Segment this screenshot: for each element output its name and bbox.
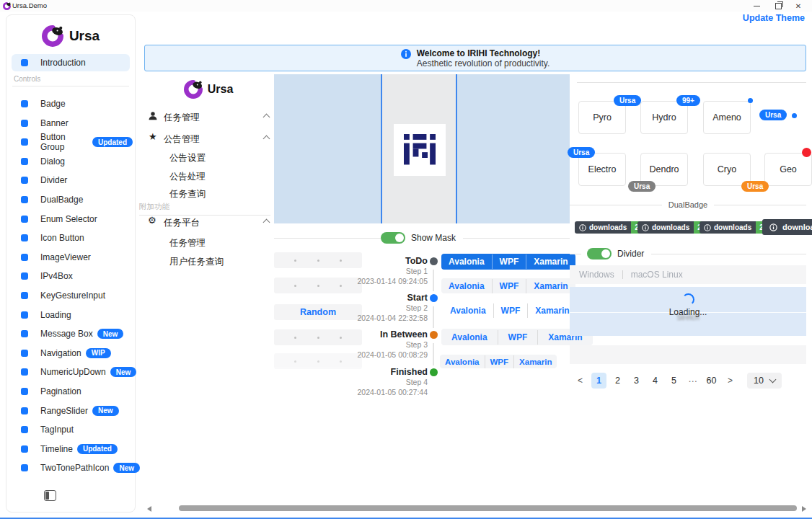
divider-toggle[interactable] xyxy=(587,248,612,260)
timeline-date: 2023-01-14 09:24:05 xyxy=(348,277,428,287)
badge-ursa-topleft: Ursa xyxy=(568,147,595,158)
sidebar-item-pagination[interactable]: Pagination xyxy=(12,383,133,399)
sidebar-item-enum-selector[interactable]: Enum Selector xyxy=(12,211,133,227)
sidebar-item-navigation[interactable]: NavigationWIP xyxy=(12,345,133,361)
dualbadge-divider: DualBadge xyxy=(570,200,806,209)
menu-group-task-platform[interactable]: 任务平台 xyxy=(164,217,200,229)
wpf-button[interactable]: WPF xyxy=(493,303,528,318)
irihi-logo-image xyxy=(394,124,446,176)
sidebar-item-icon-button[interactable]: Icon Button xyxy=(12,230,133,246)
status-badge: New xyxy=(113,463,140,473)
pagination-page-5[interactable]: 5 xyxy=(666,373,681,389)
avalonia-button[interactable]: Avalonia xyxy=(440,355,485,368)
sidebar-item-divider[interactable]: Divider xyxy=(12,172,133,188)
scrollbar-left-arrow[interactable] xyxy=(147,506,151,512)
badge-99plus: 99+ xyxy=(676,95,700,106)
item-bullet-icon xyxy=(21,330,28,337)
timeline-date: 2024-01-04 22:32:58 xyxy=(348,314,428,324)
xamarin-button[interactable]: Xamarin xyxy=(513,355,557,368)
divider-demo-row: Divider xyxy=(570,248,806,260)
item-bullet-icon xyxy=(21,59,28,66)
timeline-connector xyxy=(433,270,434,291)
close-button[interactable]: ✕ xyxy=(790,0,806,12)
wpf-button[interactable]: WPF xyxy=(492,279,526,293)
status-badge: Updated xyxy=(92,137,133,147)
card-label: Dendro xyxy=(650,164,679,174)
tab-windows: Windows xyxy=(579,270,614,280)
sidebar-item-label: TagInput xyxy=(40,425,74,435)
item-bullet-icon xyxy=(21,138,28,146)
menu-item-task-management-2[interactable]: 任务管理 xyxy=(169,237,206,249)
sidebar-item-message-box[interactable]: Message BoxNew xyxy=(12,326,133,342)
sidebar-item-banner[interactable]: Banner xyxy=(12,115,133,131)
sidebar-item-imageviewer[interactable]: ImageViewer xyxy=(12,249,133,265)
menu-item-announcement-settings[interactable]: 公告设置 xyxy=(169,152,206,164)
info-icon xyxy=(769,223,777,231)
chevron-up-icon[interactable] xyxy=(263,114,270,121)
badge-card-geo: Geo xyxy=(764,153,812,186)
sidebar-item-numericupdown[interactable]: NumericUpDownNew xyxy=(12,364,133,380)
sidebar-item-label: Dialog xyxy=(40,156,65,167)
xamarin-button[interactable]: Xamarin xyxy=(526,279,575,293)
avalonia-button[interactable]: Avalonia xyxy=(441,279,492,293)
timeline-step: Step 2 xyxy=(348,303,428,314)
sidebar-item-timeline[interactable]: TimelineUpdated xyxy=(12,441,133,457)
maximize-button[interactable] xyxy=(770,0,786,12)
card-label: Electro xyxy=(588,164,617,174)
pagination-page-4[interactable]: 4 xyxy=(648,373,663,389)
timeline-item-in-between: In Between Step 3 2024-01-05 00:08:29 xyxy=(348,329,428,360)
sidebar-item-twotonepathicon[interactable]: TwoTonePathIconNew xyxy=(12,460,133,476)
pagination-page-60[interactable]: 60 xyxy=(704,373,719,389)
sidebar-item-dualbadge[interactable]: DualBadge xyxy=(12,192,133,208)
timeline-title: In Between xyxy=(348,329,428,340)
chevron-up-icon[interactable] xyxy=(263,136,270,143)
menu-group-task-management[interactable]: 任务管理 xyxy=(164,112,200,124)
menu-item-announcement-processing[interactable]: 公告处理 xyxy=(169,171,206,183)
horizontal-scrollbar-thumb[interactable] xyxy=(179,505,797,511)
divider-line xyxy=(463,238,570,239)
page-size-value: 10 xyxy=(754,376,764,386)
avalonia-button[interactable]: Avalonia xyxy=(441,254,492,269)
image-viewer[interactable] xyxy=(274,74,570,223)
sidebar-item-button-group[interactable]: Button GroupUpdated xyxy=(12,134,133,150)
xamarin-button[interactable]: Xamarin xyxy=(526,254,575,269)
pagination-page-2[interactable]: 2 xyxy=(610,373,625,389)
timeline-connector xyxy=(433,306,434,328)
menu-item-task-query[interactable]: 任务查询 xyxy=(169,188,206,200)
scrollbar-right-arrow[interactable] xyxy=(802,506,806,512)
sidebar-item-taginput[interactable]: TagInput xyxy=(12,422,133,438)
sidebar-item-rangeslider[interactable]: RangeSliderNew xyxy=(12,403,133,419)
avalonia-button[interactable]: Avalonia xyxy=(443,303,493,318)
card-label: Hydro xyxy=(652,112,676,123)
gear-icon: ⚙ xyxy=(148,215,156,226)
show-mask-toggle[interactable] xyxy=(381,232,405,244)
pagination-next-button[interactable]: > xyxy=(723,373,738,389)
pagination-page-3[interactable]: 3 xyxy=(629,373,644,389)
pagination-prev-button[interactable]: < xyxy=(573,373,588,389)
wpf-button[interactable]: WPF xyxy=(492,254,526,269)
viewer-mask-right xyxy=(456,74,570,223)
wpf-button[interactable]: WPF xyxy=(498,330,538,345)
sidebar-item-ipv4box[interactable]: IPv4Box xyxy=(12,268,133,284)
sidebar-item-keygestureinput[interactable]: KeyGestureInput xyxy=(12,288,133,303)
sidebar-item-dialog[interactable]: Dialog xyxy=(12,154,133,169)
minimize-button[interactable] xyxy=(749,0,764,12)
sidebar-item-loading[interactable]: Loading xyxy=(12,307,133,323)
chevron-up-icon[interactable] xyxy=(263,219,270,226)
page-size-select[interactable]: 10 xyxy=(747,373,782,389)
menu-logo: Ursa xyxy=(144,80,273,99)
pagination-page-1[interactable]: 1 xyxy=(591,373,606,389)
sidebar-item-badge[interactable]: Badge xyxy=(12,96,133,112)
menu-item-user-task-query[interactable]: 用户任务查询 xyxy=(169,256,224,268)
avalonia-button[interactable]: Avalonia xyxy=(441,330,498,345)
ursa-logo-icon xyxy=(184,80,203,99)
wpf-button[interactable]: WPF xyxy=(485,355,514,368)
banner-subtitle: Aesthetic revolution of productivity. xyxy=(417,58,550,68)
badge-ursa-orange: Ursa xyxy=(741,181,769,192)
update-theme-button[interactable]: Update Theme xyxy=(743,13,805,23)
info-icon xyxy=(642,224,649,231)
sidebar-item-introduction[interactable]: Introduction xyxy=(12,54,130,71)
menu-group-announcement-management[interactable]: 公告管理 xyxy=(164,133,200,146)
iri-pixel-logo-icon xyxy=(404,134,436,166)
sidebar-collapse-icon[interactable] xyxy=(44,490,56,501)
